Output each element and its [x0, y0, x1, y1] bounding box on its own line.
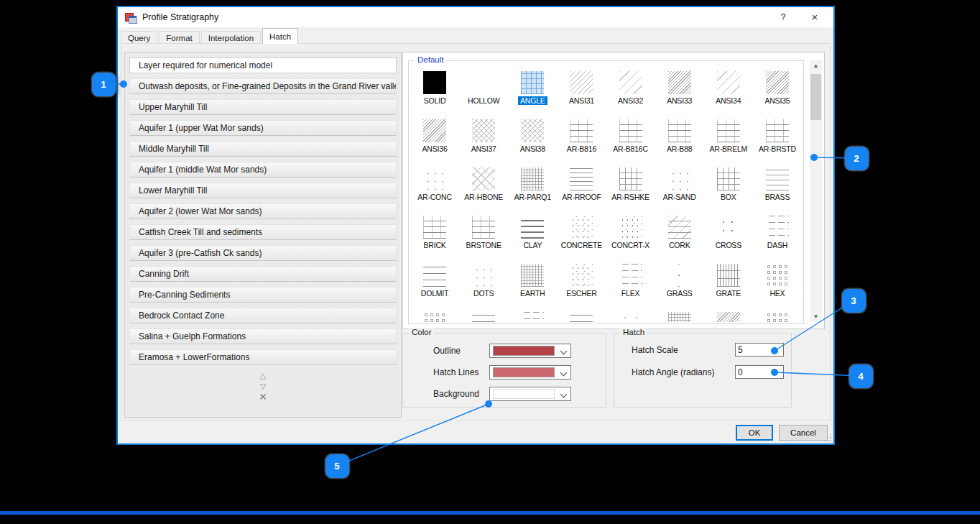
hatch-lines-color-dropdown[interactable] — [489, 365, 571, 380]
pattern-swatch-icon — [570, 216, 593, 239]
pattern-box[interactable]: BOX — [704, 164, 753, 212]
pattern-label: ANSI36 — [422, 144, 448, 153]
default-patterns-group: Default SOLIDHOLLOWANGLEANSI31ANSI32ANSI… — [408, 60, 804, 324]
pattern-earth[interactable]: EARTH — [508, 260, 557, 308]
layer-item[interactable]: Aquifer 2 (lower Wat Mor sands) — [129, 203, 397, 219]
delete-layer-icon[interactable]: ⨯ — [129, 392, 397, 401]
pattern-swatch-icon — [472, 71, 495, 94]
layer-item[interactable]: Lower Maryhill Till — [129, 183, 397, 198]
pattern-partial[interactable] — [606, 308, 655, 322]
pattern-angle[interactable]: ANGLE — [508, 68, 557, 116]
pattern-partial[interactable] — [508, 308, 557, 322]
background-color-dropdown[interactable] — [489, 387, 571, 401]
layer-item[interactable]: Canning Drift — [129, 266, 397, 282]
pattern-hex[interactable]: HEX — [753, 260, 802, 308]
pattern-ansi35[interactable]: ANSI35 — [753, 68, 802, 116]
pattern-label: CONCRT-X — [611, 241, 650, 249]
pattern-grass[interactable]: GRASS — [655, 260, 704, 308]
pattern-ar-conc[interactable]: AR-CONC — [410, 164, 459, 212]
scroll-down-icon[interactable]: ▼ — [810, 311, 822, 322]
pattern-label: ANSI37 — [471, 144, 496, 153]
pattern-brstone[interactable]: BRSTONE — [459, 212, 508, 260]
tab-query[interactable]: Query — [121, 31, 157, 44]
layer-item[interactable]: Salina + Guelph Formations — [129, 328, 397, 344]
pattern-cork[interactable]: CORK — [655, 212, 704, 260]
pattern-ar-hbone[interactable]: AR-HBONE — [459, 164, 508, 212]
pattern-ansi37[interactable]: ANSI37 — [459, 116, 508, 164]
hatch-palette-panel: Default SOLIDHOLLOWANGLEANSI31ANSI32ANSI… — [402, 52, 825, 329]
layer-item[interactable]: Layer required for numerical model — [129, 58, 397, 73]
help-button[interactable]: ? — [770, 7, 796, 27]
pattern-concrt-x[interactable]: CONCRT-X — [606, 212, 655, 260]
pattern-ar-parq1[interactable]: AR-PARQ1 — [508, 164, 557, 212]
layer-item[interactable]: Pre-Canning Sediments — [129, 287, 397, 303]
move-up-icon[interactable]: △ — [129, 370, 397, 381]
pattern-label: CONCRETE — [561, 241, 602, 249]
layer-item[interactable]: Aquifer 1 (upper Wat Mor sands) — [129, 120, 397, 136]
pattern-brick[interactable]: BRICK — [410, 212, 459, 260]
layer-list-panel: Layer required for numerical modelOutwas… — [124, 52, 402, 418]
close-icon[interactable]: × — [802, 7, 828, 27]
pattern-ar-b816[interactable]: AR-B816 — [557, 116, 606, 164]
hatch-scale-input[interactable] — [735, 343, 784, 357]
tab-format[interactable]: Format — [159, 31, 199, 44]
move-down-icon[interactable]: ▽ — [129, 381, 397, 392]
pattern-dots[interactable]: DOTS — [459, 260, 508, 308]
cancel-button[interactable]: Cancel — [779, 425, 828, 441]
pattern-solid[interactable]: SOLID — [410, 68, 459, 116]
pattern-ansi38[interactable]: ANSI38 — [508, 116, 557, 164]
pattern-ar-brelm[interactable]: AR-BRELM — [704, 116, 753, 164]
pattern-partial[interactable] — [410, 308, 459, 322]
outline-color-dropdown[interactable] — [489, 344, 571, 358]
hatch-angle-radians--input[interactable] — [735, 365, 784, 379]
color-row-hatch-lines: Hatch Lines — [433, 365, 606, 380]
tab-hatch[interactable]: Hatch — [262, 28, 298, 44]
pattern-ansi36[interactable]: ANSI36 — [410, 116, 459, 164]
pattern-clay[interactable]: CLAY — [508, 212, 557, 260]
pattern-grate[interactable]: GRATE — [704, 260, 753, 308]
pattern-partial[interactable] — [557, 308, 606, 322]
pattern-ansi33[interactable]: ANSI33 — [655, 68, 704, 116]
pattern-brass[interactable]: BRASS — [753, 164, 802, 212]
tab-interpolation[interactable]: Interpolation — [201, 31, 261, 44]
pattern-label: GRATE — [716, 289, 741, 298]
scrollbar-thumb[interactable] — [810, 74, 821, 120]
pattern-partial[interactable] — [753, 308, 802, 322]
layer-item[interactable]: Catfish Creek Till and sediments — [129, 224, 397, 240]
pattern-concrete[interactable]: CONCRETE — [557, 212, 606, 260]
pattern-ansi31[interactable]: ANSI31 — [557, 68, 606, 116]
pattern-dash[interactable]: DASH — [753, 212, 802, 260]
layer-item[interactable]: Outwash deposits, or Fine-grained Deposi… — [129, 78, 397, 94]
pattern-ansi34[interactable]: ANSI34 — [704, 68, 753, 116]
layer-item[interactable]: Upper Maryhill Till — [129, 99, 397, 115]
pattern-partial[interactable] — [655, 308, 704, 322]
layer-item[interactable]: Aquifer 1 (middle Wat Mor sands) — [129, 162, 397, 178]
dialog-footer: OK Cancel — [118, 420, 833, 443]
scroll-up-icon[interactable]: ▲ — [810, 60, 822, 71]
pattern-swatch-icon — [766, 71, 789, 94]
pattern-partial[interactable] — [704, 308, 753, 322]
layer-item[interactable]: Eramosa + LowerFormations — [129, 349, 397, 365]
pattern-flex[interactable]: FLEX — [606, 260, 655, 308]
ok-button[interactable]: OK — [736, 425, 773, 441]
pattern-ansi32[interactable]: ANSI32 — [606, 68, 655, 116]
pattern-ar-rshke[interactable]: AR-RSHKE — [606, 164, 655, 212]
pattern-dolmit[interactable]: DOLMIT — [410, 260, 459, 308]
pattern-cross[interactable]: CROSS — [704, 212, 753, 260]
pattern-label: FLEX — [621, 289, 639, 298]
pattern-partial[interactable] — [459, 308, 508, 322]
layer-item[interactable]: Middle Maryhill Till — [129, 141, 397, 157]
pattern-ar-brstd[interactable]: AR-BRSTD — [753, 116, 802, 164]
screenshot-canvas: Profile Stratigraphy ? × QueryFormatInte… — [0, 0, 980, 524]
pattern-escher[interactable]: ESCHER — [557, 260, 606, 308]
palette-scrollbar[interactable]: ▲ ▼ — [810, 60, 822, 322]
pattern-hollow[interactable]: HOLLOW — [459, 68, 508, 116]
pattern-ar-b88[interactable]: AR-B88 — [655, 116, 704, 164]
pattern-ar-rroof[interactable]: AR-RROOF — [557, 164, 606, 212]
pattern-swatch-icon — [521, 167, 544, 190]
pattern-label: AR-B816C — [613, 144, 648, 153]
layer-item[interactable]: Bedrock Contact Zone — [129, 308, 397, 323]
pattern-ar-b816c[interactable]: AR-B816C — [606, 116, 655, 164]
layer-item[interactable]: Aquifer 3 (pre-Catfish Ck sands) — [129, 245, 397, 261]
pattern-ar-sand[interactable]: AR-SAND — [655, 164, 704, 212]
